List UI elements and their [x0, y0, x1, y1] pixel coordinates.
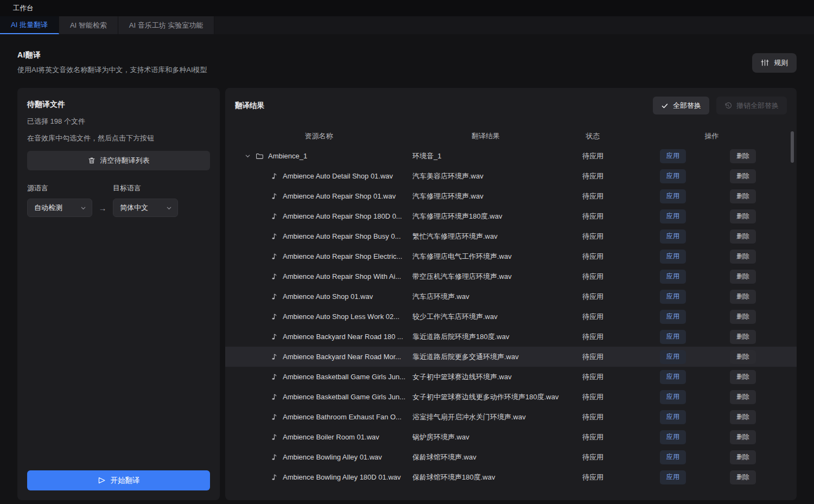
- table-row[interactable]: Ambience Auto Repair Shop Electric... 汽车…: [225, 246, 797, 266]
- music-note-icon: [271, 433, 278, 441]
- row-apply-button[interactable]: 应用: [660, 229, 686, 244]
- row-apply-button[interactable]: 应用: [660, 189, 686, 203]
- music-note-icon: [271, 454, 278, 461]
- replace-all-label: 全部替换: [673, 101, 701, 111]
- table-row[interactable]: Ambience Boiler Room 01.wav 锅炉房环境声.wav 待…: [225, 427, 797, 447]
- row-apply-button[interactable]: 应用: [660, 310, 686, 324]
- table-row[interactable]: Ambience Bowling Alley 01.wav 保龄球馆环境声.wa…: [225, 447, 797, 467]
- row-name: Ambience Boiler Room 01.wav: [283, 433, 379, 441]
- row-delete-button[interactable]: 删除: [730, 310, 756, 324]
- row-name: Ambience Auto Repair Shop With Ai...: [283, 272, 401, 280]
- music-note-icon: [271, 474, 278, 481]
- tab-label: AI 音乐工坊 实验室功能: [129, 21, 204, 30]
- row-delete-button[interactable]: 删除: [730, 270, 756, 284]
- folder-row[interactable]: Ambience_1 环境音_1 待应用 应用 删除: [225, 146, 797, 166]
- start-button-label: 开始翻译: [111, 476, 140, 486]
- table-row[interactable]: Ambience Bowling Alley 180D 01.wav 保龄球馆环…: [225, 467, 797, 487]
- row-delete-button[interactable]: 删除: [730, 350, 756, 364]
- table-row[interactable]: Ambience Auto Detail Shop 01.wav 汽车美容店环境…: [225, 166, 797, 186]
- selection-hint: 在音效库中勾选文件，然后点击下方按钮: [27, 133, 210, 143]
- row-apply-button[interactable]: 应用: [660, 290, 686, 304]
- row-translation: 女子初中篮球赛边线更多动作环境声180度.wav: [412, 392, 559, 402]
- chevron-expand-icon[interactable]: [245, 153, 251, 159]
- row-delete-button[interactable]: 删除: [730, 189, 756, 203]
- replace-all-button[interactable]: 全部替换: [653, 97, 709, 114]
- row-apply-button[interactable]: 应用: [660, 430, 686, 444]
- row-translation: 汽车修理店环境声.wav: [412, 192, 559, 201]
- clear-pending-list-button[interactable]: 清空待翻译列表: [27, 151, 210, 170]
- target-language-select[interactable]: 简体中文: [113, 199, 178, 217]
- translation-results-panel: 翻译结果 全部替换 撤销全部替换: [225, 88, 797, 500]
- table-row[interactable]: Ambience Basketball Game Girls Jun... 女子…: [225, 387, 797, 407]
- row-delete-button[interactable]: 删除: [730, 330, 756, 344]
- row-delete-button[interactable]: 删除: [730, 370, 756, 384]
- rules-button[interactable]: 规则: [752, 53, 797, 73]
- row-name: Ambience Auto Repair Shop Electric...: [283, 252, 402, 260]
- results-rows: Ambience_1 环境音_1 待应用 应用 删除 Ambience Auto…: [225, 146, 797, 487]
- table-row[interactable]: Ambience Basketball Game Girls Jun... 女子…: [225, 367, 797, 387]
- window-titlebar: 工作台: [0, 0, 814, 16]
- source-language-select[interactable]: 自动检测: [27, 199, 92, 217]
- tab-ai-music-lab[interactable]: AI 音乐工坊 实验室功能: [118, 16, 215, 34]
- row-delete-button[interactable]: 删除: [730, 390, 756, 404]
- delete-button[interactable]: 删除: [730, 149, 756, 163]
- row-apply-button[interactable]: 应用: [660, 330, 686, 344]
- row-apply-button[interactable]: 应用: [660, 169, 686, 183]
- row-apply-button[interactable]: 应用: [660, 410, 686, 424]
- row-delete-button[interactable]: 删除: [730, 250, 756, 264]
- row-apply-button[interactable]: 应用: [660, 390, 686, 404]
- row-status: 待应用: [559, 452, 627, 462]
- target-language-value: 简体中文: [120, 203, 148, 213]
- window-title: 工作台: [13, 4, 34, 13]
- row-delete-button[interactable]: 删除: [730, 209, 756, 224]
- row-delete-button[interactable]: 删除: [730, 450, 756, 464]
- tab-label: AI 智能检索: [70, 21, 107, 30]
- row-delete-button[interactable]: 删除: [730, 430, 756, 444]
- rules-icon: [761, 59, 769, 67]
- row-apply-button[interactable]: 应用: [660, 470, 686, 484]
- status-badge: 待应用: [559, 151, 627, 161]
- table-row[interactable]: Ambience Auto Shop Less Work 02... 较少工作汽…: [225, 307, 797, 327]
- apply-button[interactable]: 应用: [660, 149, 686, 163]
- undo-replace-all-button[interactable]: 撤销全部替换: [716, 97, 787, 114]
- table-row[interactable]: Ambience Auto Shop 01.wav 汽车店环境声.wav 待应用…: [225, 286, 797, 307]
- table-row[interactable]: Ambience Auto Repair Shop 180D 0... 汽车修理…: [225, 206, 797, 226]
- start-translate-button[interactable]: 开始翻译: [27, 470, 210, 490]
- row-delete-button[interactable]: 删除: [730, 290, 756, 304]
- table-row[interactable]: Ambience Backyard Near Road 180 ... 靠近道路…: [225, 327, 797, 347]
- row-delete-button[interactable]: 删除: [730, 470, 756, 484]
- music-note-icon: [271, 173, 278, 180]
- clear-button-label: 清空待翻译列表: [100, 156, 150, 165]
- table-row[interactable]: Ambience Auto Repair Shop 01.wav 汽车修理店环境…: [225, 186, 797, 206]
- row-status: 待应用: [559, 473, 627, 482]
- selected-count: 已选择 198 个文件: [27, 117, 210, 126]
- vertical-scrollbar[interactable]: [791, 131, 794, 163]
- row-delete-button[interactable]: 删除: [730, 169, 756, 183]
- undo-icon: [724, 102, 732, 110]
- row-status: 待应用: [559, 192, 627, 201]
- music-note-icon: [271, 213, 278, 220]
- row-delete-button[interactable]: 删除: [730, 229, 756, 244]
- column-translation: 翻译结果: [412, 131, 559, 141]
- table-row[interactable]: Ambience Backyard Near Road Mor... 靠近道路后…: [225, 347, 797, 367]
- table-row[interactable]: Ambience Bathroom Exhaust Fan O... 浴室排气扇…: [225, 407, 797, 427]
- column-actions: 操作: [627, 131, 797, 141]
- row-apply-button[interactable]: 应用: [660, 270, 686, 284]
- row-translation: 繁忙汽车修理店环境声.wav: [412, 232, 559, 241]
- row-apply-button[interactable]: 应用: [660, 450, 686, 464]
- row-apply-button[interactable]: 应用: [660, 350, 686, 364]
- row-apply-button[interactable]: 应用: [660, 209, 686, 224]
- row-name: Ambience Bowling Alley 01.wav: [283, 453, 382, 461]
- row-translation: 较少工作汽车店环境声.wav: [412, 312, 559, 322]
- row-apply-button[interactable]: 应用: [660, 250, 686, 264]
- row-name: Ambience Auto Repair Shop Busy 0...: [283, 232, 401, 240]
- tab-ai-smart-search[interactable]: AI 智能检索: [59, 16, 118, 34]
- row-translation: 保龄球馆环境声.wav: [412, 452, 559, 462]
- page-title: AI翻译: [17, 50, 207, 60]
- tab-ai-batch-translate[interactable]: AI 批量翻译: [0, 16, 59, 34]
- table-row[interactable]: Ambience Auto Repair Shop Busy 0... 繁忙汽车…: [225, 226, 797, 246]
- table-row[interactable]: Ambience Auto Repair Shop With Ai... 带空压…: [225, 266, 797, 286]
- row-delete-button[interactable]: 删除: [730, 410, 756, 424]
- row-apply-button[interactable]: 应用: [660, 370, 686, 384]
- music-note-icon: [271, 373, 278, 380]
